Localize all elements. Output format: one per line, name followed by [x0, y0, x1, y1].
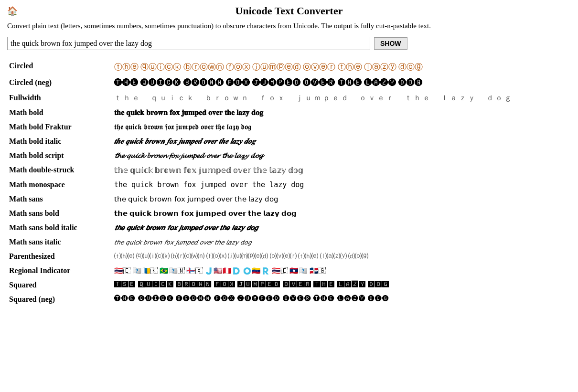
table-row: Fullwidthｔｈｅ ｑｕｉｃｋ ｂｒｏｗｎ ｆｏｘ ｊｕｍｐｅｄ ｏｖｅｒ…	[7, 91, 571, 106]
style-output-cell[interactable]: 𝖙𝖍𝖊 𝖖𝖚𝖎𝖈𝖐 𝖇𝖗𝖔𝖜𝖓 𝖋𝖔𝖝 𝖏𝖚𝖒𝖕𝖊𝖉 𝖔𝖛𝖊𝖗 𝖙𝖍𝖊 𝖑𝖆𝖟𝖞…	[112, 120, 571, 134]
table-row: Circled (neg)🅣🅗🅔 🅠🅤🅘🅒🅚 🅑🅡🅞🅦🅝 🅕🅞🅧 🅙🅤🅜🅟🅔🅓 …	[7, 75, 571, 91]
style-name-cell: Math bold Fraktur	[7, 120, 112, 134]
style-output-cell[interactable]: 𝘵𝘩𝘦 𝘲𝘶𝘪𝘤𝘬 𝘣𝘳𝘰𝘸𝘯 𝘧𝘰𝘹 𝘫𝘶𝘮𝘱𝘦𝘥 𝘰𝘷𝘦𝘳 𝘵𝘩𝘦 𝘭𝘢𝘻𝘺…	[112, 235, 571, 249]
table-row: Parenthesized⒯⒣⒠ ⒬⒰⒤⒞⒦ ⒝⒭⒪⒲⒩ ⒡⒪⒳ ⒥⒰⒨⒫⒠⒟ …	[7, 249, 571, 264]
table-row: Math sans bold italic𝙩𝙝𝙚 𝙦𝙪𝙞𝙘𝙠 𝙗𝙧𝙤𝙬𝙣 𝙛𝙤𝙭…	[7, 221, 571, 235]
style-name-cell: Parenthesized	[7, 249, 112, 264]
table-row: Math bold italic𝒕𝒉𝒆 𝒒𝒖𝒊𝒄𝒌 𝒃𝒓𝒐𝒘𝒏 𝒇𝒐𝒙 𝒋𝒖𝒎𝒑…	[7, 134, 571, 148]
table-row: Math sans𝗍𝗁𝖾 𝗊𝗎𝗂𝖼𝗄 𝖻𝗋𝗈𝗐𝗇 𝖿𝗈𝗑 𝗃𝗎𝗆𝗉𝖾𝖽 𝗈𝗏𝖾𝗋…	[7, 192, 571, 206]
table-row: Squared (neg)🅣🅗🅔 🅠🅤🅘🅒🅚 🅑🅡🅞🅦🅝 🅕🅞🅧 🅙🅤🅜🅟🅔🅓 …	[7, 292, 571, 307]
page-title: Unicode Text Converter	[235, 5, 343, 17]
table-row: Math bold Fraktur𝖙𝖍𝖊 𝖖𝖚𝖎𝖈𝖐 𝖇𝖗𝖔𝖜𝖓 𝖋𝖔𝖝 𝖏𝖚𝖒…	[7, 120, 571, 134]
results-table: Circledⓣⓗⓔ ⓠⓤⓘⓒⓚ ⓑⓡⓞⓦⓝ ⓕⓞⓧ ⓙⓤⓜⓟⓔⓓ ⓞⓥⓔⓡ ⓣ…	[7, 59, 571, 307]
style-name-cell: Squared	[7, 278, 112, 292]
home-icon[interactable]: 🏠	[7, 6, 18, 16]
style-output-cell[interactable]: ｔｈｅ ｑｕｉｃｋ ｂｒｏｗｎ ｆｏｘ ｊｕｍｐｅｄ ｏｖｅｒ ｔｈｅ ｌａｚｙ…	[112, 91, 571, 106]
style-output-cell[interactable]: 𝕥𝕙𝕖 𝕢𝕦𝕚𝕔𝕜 𝕓𝕣𝕠𝕨𝕟 𝕗𝕠𝕩 𝕛𝕦𝕞𝕡𝕖𝕕 𝕠𝕧𝕖𝕣 𝕥𝕙𝕖 𝕝𝕒𝕫𝕪…	[112, 163, 571, 178]
table-row: Math monospace𝚝𝚑𝚎 𝚚𝚞𝚒𝚌𝚔 𝚋𝚛𝚘𝚠𝚗 𝚏𝚘𝚡 𝚓𝚞𝚖𝚙𝚎𝚍…	[7, 178, 571, 192]
style-name-cell: Circled	[7, 59, 112, 75]
table-row: Math double-struck𝕥𝕙𝕖 𝕢𝕦𝕚𝕔𝕜 𝕓𝕣𝕠𝕨𝕟 𝕗𝕠𝕩 𝕛𝕦…	[7, 163, 571, 178]
input-row: SHOW	[7, 37, 571, 50]
style-name-cell: Fullwidth	[7, 91, 112, 106]
table-row: Squared🆃🆂🅴 🆀🆄🅸🅲🅺 🅱🆁🅾🆆🅽 🅵🅾🆇 🅹🆄🅼🅿🅴🅳 🅾🆅🅴🆁 🆃…	[7, 278, 571, 292]
style-name-cell: Math double-struck	[7, 163, 112, 178]
style-output-cell[interactable]: 𝚝𝚑𝚎 𝚚𝚞𝚒𝚌𝚔 𝚋𝚛𝚘𝚠𝚗 𝚏𝚘𝚡 𝚓𝚞𝚖𝚙𝚎𝚍 𝚘𝚟𝚎𝚛 𝚝𝚑𝚎 𝚕𝚊𝚣𝚢…	[112, 178, 571, 192]
style-name-cell: Math bold italic	[7, 134, 112, 148]
style-output-cell[interactable]: 🇹🇭🇪 🇶🇺🇮🇨🇰 🇧🇷🇴🇼🇳 🇫🇴🇽 🇯🇺🇲🇵🇪🇩 🇴🇻🇪🇷 🇹🇭🇪 🇱🇦🇿🇾…	[112, 264, 571, 278]
style-output-cell[interactable]: ⒯⒣⒠ ⒬⒰⒤⒞⒦ ⒝⒭⒪⒲⒩ ⒡⒪⒳ ⒥⒰⒨⒫⒠⒟ ⒪⒱⒠⒭ ⒯⒣⒠ ⒧⒜⒵⒴…	[112, 249, 571, 264]
style-output-cell[interactable]: 🆃🆂🅴 🆀🆄🅸🅲🅺 🅱🆁🅾🆆🅽 🅵🅾🆇 🅹🆄🅼🅿🅴🅳 🅾🆅🅴🆁 🆃🅷🅴 🅻🅰🆉🆈…	[112, 278, 571, 292]
table-row: Regional Indicator🇹🇭🇪 🇶🇺🇮🇨🇰 🇧🇷🇴🇼🇳 🇫🇴🇽 🇯🇺…	[7, 264, 571, 278]
style-output-cell[interactable]: ⓣⓗⓔ ⓠⓤⓘⓒⓚ ⓑⓡⓞⓦⓝ ⓕⓞⓧ ⓙⓤⓜⓟⓔⓓ ⓞⓥⓔⓡ ⓣⓗⓔ ⓛⓐⓩⓨ…	[112, 59, 571, 75]
table-row: Math bold script𝓽𝓱𝓮 𝓺𝓾𝓲𝓬𝓴 𝓫𝓻𝓸𝔀𝓷 𝓯𝓸𝔁 𝓳𝓾𝓶𝓹…	[7, 148, 571, 163]
style-output-cell[interactable]: 𝘁𝗵𝗲 𝗾𝘂𝗶𝗰𝗸 𝗯𝗿𝗼𝘄𝗻 𝗳𝗼𝘅 𝗷𝘂𝗺𝗽𝗲𝗱 𝗼𝘃𝗲𝗿 𝘁𝗵𝗲 𝗹𝗮𝘇𝘆…	[112, 206, 571, 221]
style-name-cell: Math sans bold italic	[7, 221, 112, 235]
style-name-cell: Math monospace	[7, 178, 112, 192]
search-input[interactable]	[7, 37, 370, 50]
style-output-cell[interactable]: 🅣🅗🅔 🅠🅤🅘🅒🅚 🅑🅡🅞🅦🅝 🅕🅞🅧 🅙🅤🅜🅟🅔🅓 🅞🅥🅔🅡 🅣🅗🅔 🅛🅐🅩🅨…	[112, 292, 571, 307]
table-row: Math sans bold𝘁𝗵𝗲 𝗾𝘂𝗶𝗰𝗸 𝗯𝗿𝗼𝘄𝗻 𝗳𝗼𝘅 𝗷𝘂𝗺𝗽𝗲𝗱…	[7, 206, 571, 221]
style-name-cell: Math sans italic	[7, 235, 112, 249]
style-output-cell[interactable]: 𝗍𝗁𝖾 𝗊𝗎𝗂𝖼𝗄 𝖻𝗋𝗈𝗐𝗇 𝖿𝗈𝗑 𝗃𝗎𝗆𝗉𝖾𝖽 𝗈𝗏𝖾𝗋 𝗍𝗁𝖾 𝗅𝖺𝗓𝗒…	[112, 192, 571, 206]
style-output-cell[interactable]: 🅣🅗🅔 🅠🅤🅘🅒🅚 🅑🅡🅞🅦🅝 🅕🅞🅧 🅙🅤🅜🅟🅔🅓 🅞🅥🅔🅡 🅣🅗🅔 🅛🅐🅩🅨…	[112, 75, 571, 91]
description: Convert plain text (letters, sometimes n…	[7, 21, 571, 31]
style-name-cell: Math bold	[7, 106, 112, 120]
style-output-cell[interactable]: 𝓽𝓱𝓮 𝓺𝓾𝓲𝓬𝓴 𝓫𝓻𝓸𝔀𝓷 𝓯𝓸𝔁 𝓳𝓾𝓶𝓹𝓮𝓭 𝓸𝓿𝓮𝓻 𝓽𝓱𝓮 𝓵𝓪𝔃𝔂…	[112, 148, 571, 163]
style-name-cell: Math sans	[7, 192, 112, 206]
style-name-cell: Regional Indicator	[7, 264, 112, 278]
header-area: 🏠 Unicode Text Converter	[7, 5, 571, 17]
style-name-cell: Squared (neg)	[7, 292, 112, 307]
style-output-cell[interactable]: 𝒕𝒉𝒆 𝒒𝒖𝒊𝒄𝒌 𝒃𝒓𝒐𝒘𝒏 𝒇𝒐𝒙 𝒋𝒖𝒎𝒑𝒆𝒅 𝒐𝒗𝒆𝒓 𝒕𝒉𝒆 𝒍𝒂𝒛𝒚…	[112, 134, 571, 148]
style-name-cell: Math sans bold	[7, 206, 112, 221]
table-row: Math sans italic𝘵𝘩𝘦 𝘲𝘶𝘪𝘤𝘬 𝘣𝘳𝘰𝘸𝘯 𝘧𝘰𝘹 𝘫𝘶𝘮𝘱…	[7, 235, 571, 249]
table-row: Math bold𝐭𝐡𝐞 𝐪𝐮𝐢𝐜𝐤 𝐛𝐫𝐨𝐰𝐧 𝐟𝐨𝐱 𝐣𝐮𝐦𝐩𝐞𝐝 𝐨𝐯𝐞𝐫…	[7, 106, 571, 120]
show-button[interactable]: SHOW	[374, 37, 407, 50]
style-name-cell: Circled (neg)	[7, 75, 112, 91]
style-output-cell[interactable]: 𝐭𝐡𝐞 𝐪𝐮𝐢𝐜𝐤 𝐛𝐫𝐨𝐰𝐧 𝐟𝐨𝐱 𝐣𝐮𝐦𝐩𝐞𝐝 𝐨𝐯𝐞𝐫 𝐭𝐡𝐞 𝐥𝐚𝐳𝐲…	[112, 106, 571, 120]
results-tbody: Circledⓣⓗⓔ ⓠⓤⓘⓒⓚ ⓑⓡⓞⓦⓝ ⓕⓞⓧ ⓙⓤⓜⓟⓔⓓ ⓞⓥⓔⓡ ⓣ…	[7, 59, 571, 307]
style-name-cell: Math bold script	[7, 148, 112, 163]
style-output-cell[interactable]: 𝙩𝙝𝙚 𝙦𝙪𝙞𝙘𝙠 𝙗𝙧𝙤𝙬𝙣 𝙛𝙤𝙭 𝙟𝙪𝙢𝙥𝙚𝙙 𝙤𝙫𝙚𝙧 𝙩𝙝𝙚 𝙡𝙖𝙯𝙮…	[112, 221, 571, 235]
table-row: Circledⓣⓗⓔ ⓠⓤⓘⓒⓚ ⓑⓡⓞⓦⓝ ⓕⓞⓧ ⓙⓤⓜⓟⓔⓓ ⓞⓥⓔⓡ ⓣ…	[7, 59, 571, 75]
